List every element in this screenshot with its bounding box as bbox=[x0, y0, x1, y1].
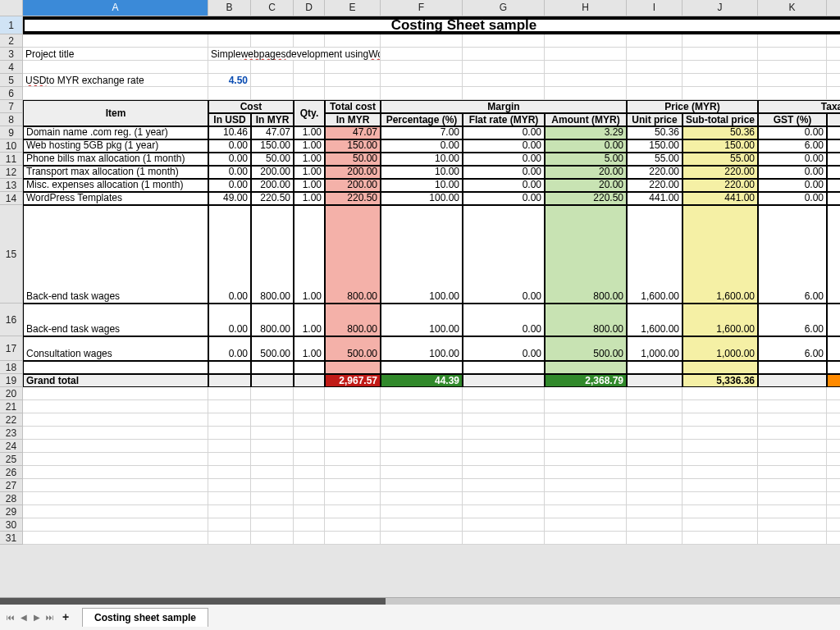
cell[interactable] bbox=[627, 413, 682, 427]
data-unit[interactable]: 1,000.00 bbox=[627, 336, 682, 361]
cell[interactable] bbox=[381, 427, 463, 440]
cell[interactable] bbox=[294, 479, 325, 492]
cell[interactable] bbox=[325, 492, 381, 505]
data-total[interactable]: 47.07 bbox=[325, 126, 381, 139]
data-myr[interactable]: 50.00 bbox=[251, 153, 294, 166]
cell[interactable] bbox=[208, 492, 251, 505]
cell[interactable] bbox=[325, 518, 381, 532]
hdr-flat[interactable]: Flat rate (MYR) bbox=[463, 113, 545, 126]
data-flat[interactable]: 0.00 bbox=[463, 304, 545, 336]
column-header-L[interactable]: L bbox=[827, 0, 840, 16]
row-header-27[interactable]: 27 bbox=[0, 479, 23, 492]
data-total[interactable]: 150.00 bbox=[325, 139, 381, 153]
cell[interactable] bbox=[251, 34, 294, 48]
row-header-6[interactable]: 6 bbox=[0, 87, 23, 100]
cell[interactable] bbox=[758, 440, 827, 453]
cell[interactable] bbox=[294, 34, 325, 48]
grand-cell[interactable]: 2,368.79 bbox=[545, 374, 627, 387]
data-flat[interactable]: 0.00 bbox=[463, 336, 545, 361]
data-unit[interactable]: 220.00 bbox=[627, 179, 682, 192]
cell[interactable] bbox=[758, 453, 827, 466]
cell[interactable] bbox=[208, 440, 251, 453]
cell[interactable] bbox=[463, 440, 545, 453]
cell[interactable] bbox=[294, 413, 325, 427]
cell[interactable] bbox=[208, 466, 251, 479]
data-myr[interactable]: 200.00 bbox=[251, 166, 294, 179]
cell[interactable] bbox=[23, 479, 208, 492]
cell[interactable] bbox=[463, 532, 545, 545]
cell[interactable] bbox=[251, 400, 294, 413]
cell[interactable] bbox=[463, 427, 545, 440]
grand-total-label[interactable]: Grand total bbox=[23, 374, 208, 387]
data-item[interactable]: Back-end task wages bbox=[23, 205, 208, 304]
cell[interactable] bbox=[758, 387, 827, 400]
cell[interactable] bbox=[325, 453, 381, 466]
cell[interactable] bbox=[627, 87, 682, 100]
column-header-A[interactable]: A bbox=[23, 0, 208, 16]
data-usd[interactable]: 0.00 bbox=[208, 153, 251, 166]
grand-cell[interactable] bbox=[827, 374, 840, 387]
data-pct[interactable]: 10.00 bbox=[381, 179, 463, 192]
cell[interactable] bbox=[251, 440, 294, 453]
data-qty[interactable]: 1.00 bbox=[294, 336, 325, 361]
data-qty[interactable]: 1.00 bbox=[294, 192, 325, 205]
row-header-31[interactable]: 31 bbox=[0, 532, 23, 545]
horizontal-scrollbar[interactable] bbox=[0, 598, 840, 605]
cell[interactable] bbox=[682, 440, 758, 453]
cell[interactable] bbox=[827, 492, 840, 505]
cell[interactable] bbox=[325, 505, 381, 518]
cell[interactable] bbox=[381, 532, 463, 545]
tab-nav-first-icon[interactable]: ⏮ bbox=[5, 610, 16, 623]
cell[interactable] bbox=[627, 453, 682, 466]
hdr-inusd[interactable]: In USD bbox=[208, 113, 251, 126]
data-amt[interactable]: 3.29 bbox=[545, 126, 627, 139]
data-amt[interactable]: 220.50 bbox=[545, 192, 627, 205]
cell[interactable] bbox=[294, 492, 325, 505]
data-flat[interactable]: 0.00 bbox=[463, 139, 545, 153]
cell[interactable] bbox=[627, 532, 682, 545]
cell[interactable] bbox=[627, 48, 682, 61]
cell[interactable] bbox=[545, 74, 627, 87]
cell[interactable] bbox=[381, 400, 463, 413]
data-myr[interactable]: 800.00 bbox=[251, 304, 294, 336]
data-sub[interactable]: 220.00 bbox=[682, 179, 758, 192]
data-total[interactable]: 800.00 bbox=[325, 205, 381, 304]
hdr-totalcost[interactable]: Total cost bbox=[325, 100, 381, 113]
column-header-B[interactable]: B bbox=[208, 0, 251, 16]
cell[interactable] bbox=[23, 34, 208, 48]
cell[interactable] bbox=[23, 505, 208, 518]
data-qty[interactable]: 1.00 bbox=[294, 139, 325, 153]
cell[interactable] bbox=[758, 413, 827, 427]
grand-cell[interactable] bbox=[251, 374, 294, 387]
cell[interactable] bbox=[682, 492, 758, 505]
data-l[interactable] bbox=[827, 336, 840, 361]
cell[interactable] bbox=[23, 413, 208, 427]
data-item[interactable]: Misc. expenses allocation (1 month) bbox=[23, 179, 208, 192]
data-l[interactable] bbox=[827, 153, 840, 166]
hdr-taxa[interactable]: Taxa bbox=[758, 100, 840, 113]
cell[interactable] bbox=[208, 400, 251, 413]
cell[interactable] bbox=[294, 61, 325, 74]
cell[interactable] bbox=[294, 532, 325, 545]
data-total[interactable]: 800.00 bbox=[325, 304, 381, 336]
cell[interactable] bbox=[463, 505, 545, 518]
cell[interactable] bbox=[545, 387, 627, 400]
cell[interactable] bbox=[758, 427, 827, 440]
data-qty[interactable]: 1.00 bbox=[294, 166, 325, 179]
cell[interactable] bbox=[23, 387, 208, 400]
cell[interactable] bbox=[251, 518, 294, 532]
cell[interactable] bbox=[758, 492, 827, 505]
data-qty[interactable]: 1.00 bbox=[294, 153, 325, 166]
data-l[interactable] bbox=[827, 166, 840, 179]
cell[interactable] bbox=[463, 61, 545, 74]
column-header-I[interactable]: I bbox=[627, 0, 682, 16]
cell[interactable] bbox=[463, 518, 545, 532]
cell[interactable] bbox=[208, 453, 251, 466]
data-myr[interactable]: 200.00 bbox=[251, 179, 294, 192]
cell[interactable] bbox=[294, 466, 325, 479]
cell[interactable] bbox=[23, 361, 208, 374]
cell[interactable] bbox=[463, 87, 545, 100]
row-header-5[interactable]: 5 bbox=[0, 74, 23, 87]
row-header-1[interactable]: 1 bbox=[0, 16, 23, 34]
cell[interactable] bbox=[758, 61, 827, 74]
